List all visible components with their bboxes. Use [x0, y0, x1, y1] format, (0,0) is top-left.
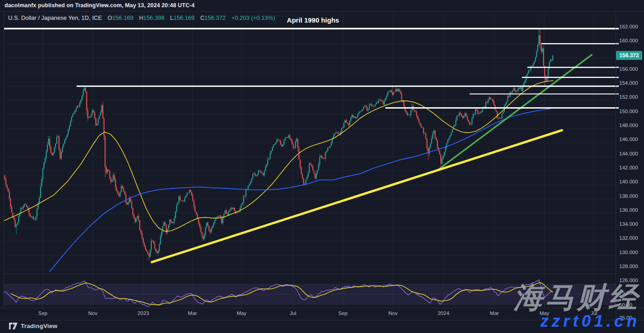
ohlc-high-label: H [139, 14, 143, 21]
time-axis-label: May [237, 310, 247, 316]
time-axis-label: Nov [88, 310, 97, 316]
ohlc-high-value: 156.398 [143, 14, 164, 21]
time-axis-label: Jul [290, 310, 297, 316]
price-axis-label: 152.000 [619, 94, 643, 100]
attribution-bar: dacolmanfx published on TradingView.com,… [5, 2, 195, 9]
price-axis-label: 140.000 [619, 179, 643, 184]
symbol-info-row: U.S. Dollar / Japanese Yen, 1D, ICE O156… [8, 14, 275, 21]
price-axis-label: 142.000 [619, 165, 643, 170]
price-axis-label: 130.000 [619, 250, 643, 255]
price-axis-label: 134.000 [619, 221, 643, 227]
price-axis-label: 160.000 [619, 38, 643, 43]
ohlc-close-label: C [200, 14, 204, 21]
symbol-title: U.S. Dollar / Japanese Yen, 1D, ICE [8, 14, 102, 21]
attribution-text: dacolmanfx published on TradingView.com,… [5, 2, 195, 9]
tradingview-logo-text[interactable]: TradingView [21, 323, 57, 329]
price-axis[interactable]: 162.000160.000158.000156.000154.000152.0… [616, 12, 644, 320]
tradingview-snapshot: dacolmanfx published on TradingView.com,… [0, 0, 644, 333]
time-axis-label: Mar [490, 310, 499, 316]
price-axis-label: 146.000 [619, 137, 643, 142]
last-price-badge: 156.372 [616, 51, 642, 60]
price-axis-label: 148.000 [619, 123, 643, 128]
time-axis-label: Nov [388, 310, 397, 316]
watermark-url: zzrt01.cn [540, 312, 640, 330]
price-axis-label: 162.000 [619, 24, 643, 29]
footer-bar: TradingView [9, 321, 57, 331]
ohlc-open-value: 156.169 [112, 14, 133, 21]
price-axis-label: 138.000 [619, 193, 643, 199]
price-axis-label: 136.000 [619, 207, 643, 213]
ohlc-low-label: L [170, 14, 174, 21]
time-axis-label: 2023 [137, 310, 149, 316]
time-axis-label: Sep [338, 310, 347, 316]
ohlc-change: +0.203 (+0.13%) [231, 14, 275, 21]
price-axis-label: 132.000 [619, 235, 643, 241]
ohlc-open-label: O [108, 14, 112, 21]
price-axis-label: 154.000 [619, 80, 643, 86]
price-axis-label: 150.000 [619, 109, 643, 114]
tradingview-logo-icon[interactable] [9, 323, 18, 329]
price-axis-label: 144.000 [619, 151, 643, 156]
price-axis-label: 156.000 [619, 66, 643, 72]
time-axis-label: Mar [188, 310, 197, 316]
watermark-cjk: 海马财经 [514, 283, 640, 312]
time-axis-label: Sep [38, 310, 47, 316]
annotation-april-1990-highs: April 1990 highs [269, 16, 357, 24]
ohlc-close-value: 156.372 [205, 14, 226, 21]
ohlc-low-value: 156.169 [174, 14, 195, 21]
price-axis-label: 128.000 [619, 264, 643, 269]
time-axis-label: 2024 [438, 310, 449, 316]
